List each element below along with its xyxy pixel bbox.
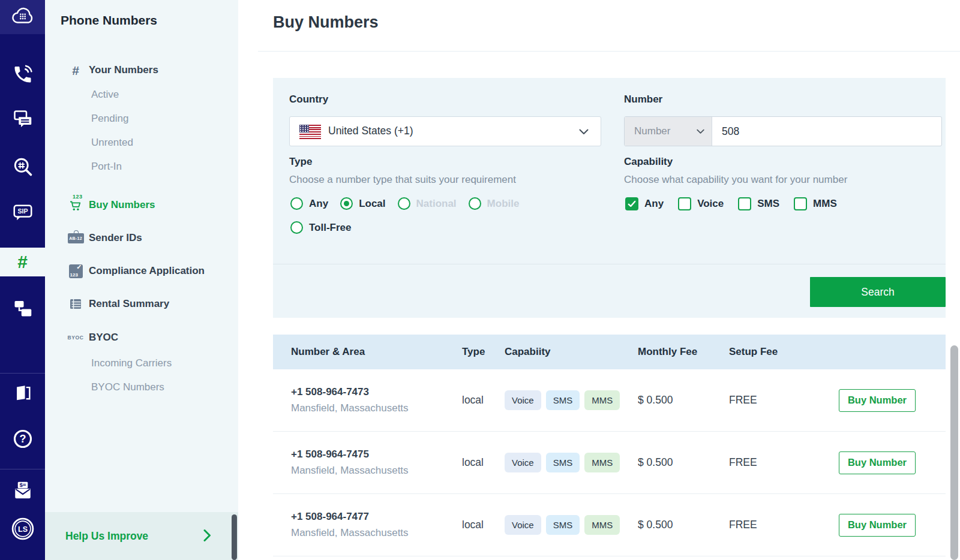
sidebar-item-label: Rental Summary bbox=[89, 298, 169, 310]
col-header-capability: Capabiity bbox=[505, 346, 638, 358]
table-row: +1 508-964-7473 Mansfield, Massachusetts… bbox=[273, 369, 946, 432]
help-us-improve-button[interactable]: Help Us Improve bbox=[45, 512, 238, 560]
phone-area: Mansfield, Massachusetts bbox=[291, 527, 462, 539]
sip-trunk-icon: SIP bbox=[11, 201, 34, 223]
phone-area: Mansfield, Massachusetts bbox=[291, 465, 462, 477]
capability-badge-sms: SMS bbox=[546, 515, 580, 535]
checkbox-capability-any[interactable]: Any bbox=[625, 197, 664, 210]
avatar-initials-icon: LS bbox=[11, 517, 35, 541]
sidebar-item-label: Sender IDs bbox=[89, 232, 142, 244]
summary-table-icon bbox=[67, 297, 85, 311]
sidebar-item-rental-summary[interactable]: Rental Summary bbox=[45, 292, 238, 316]
checkbox-icon bbox=[678, 197, 691, 210]
search-button[interactable]: Search bbox=[810, 277, 946, 307]
number-mode-select[interactable]: Number bbox=[625, 117, 712, 146]
type-hint: Choose a number type that suits your req… bbox=[289, 174, 516, 186]
type-radio-group-row2: Toll-Free bbox=[290, 221, 352, 234]
us-flag-icon bbox=[299, 125, 321, 139]
search-results-table: Number & Area Type Capabiity Monthly Fee… bbox=[273, 335, 946, 556]
radio-type-toll-free[interactable]: Toll-Free bbox=[290, 221, 352, 234]
sidebar-subitem-label: BYOC Numbers bbox=[91, 381, 164, 393]
sidebar-subitem-label: Active bbox=[91, 89, 119, 101]
rail-separator bbox=[0, 469, 45, 469]
rail-item-messaging[interactable] bbox=[0, 105, 45, 134]
sidebar-scrollbar[interactable] bbox=[232, 514, 237, 560]
radio-icon bbox=[469, 197, 481, 210]
col-header-monthly-fee: Monthly Fee bbox=[638, 346, 729, 358]
sidebar-item-active[interactable]: Active bbox=[91, 83, 235, 107]
rail-item-sip-trunking[interactable]: SIP bbox=[0, 198, 45, 227]
sidebar-item-byoc[interactable]: BY OC BYOC bbox=[45, 326, 238, 350]
byoc-text-icon: BY OC bbox=[67, 335, 85, 340]
flow-diagram-icon bbox=[12, 297, 34, 319]
rail-item-number-lookup[interactable] bbox=[0, 152, 45, 181]
setup-fee: FREE bbox=[729, 519, 836, 531]
svg-text:$=: $= bbox=[19, 481, 26, 488]
buy-number-button[interactable]: Buy Number bbox=[839, 389, 916, 412]
checkbox-icon bbox=[794, 197, 807, 210]
sidebar-item-buy-numbers-active[interactable]: 123 Buy Numbers bbox=[45, 193, 238, 217]
sidebar-item-incoming-carriers[interactable]: Incoming Carriers bbox=[91, 351, 235, 375]
checkbox-capability-sms[interactable]: SMS bbox=[738, 197, 779, 210]
buy-number-button[interactable]: Buy Number bbox=[839, 514, 916, 537]
rail-item-docs[interactable] bbox=[0, 379, 45, 408]
sidebar-title: Phone Numbers bbox=[61, 13, 157, 28]
hash-icon: # bbox=[17, 253, 28, 271]
number-type: local bbox=[462, 519, 505, 531]
radio-type-any[interactable]: Any bbox=[290, 197, 328, 210]
capability-badge-mms: MMS bbox=[584, 453, 620, 472]
rail-item-call-flows[interactable] bbox=[0, 294, 45, 323]
monthly-fee: $ 0.500 bbox=[638, 519, 729, 531]
checkbox-icon bbox=[738, 197, 751, 210]
chevron-down-icon bbox=[697, 129, 704, 134]
chevron-right-icon bbox=[203, 529, 211, 542]
number-type: local bbox=[462, 456, 505, 469]
sidebar-item-compliance-application[interactable]: ✓ 123 Compliance Application bbox=[45, 259, 238, 283]
app-icon-rail: SIP # bbox=[0, 0, 45, 560]
rail-item-billing[interactable]: $= bbox=[0, 476, 45, 505]
sidebar-item-your-numbers[interactable]: # Your Numbers bbox=[45, 58, 238, 82]
capability-badge-sms: SMS bbox=[546, 390, 580, 410]
col-header-number-area: Number & Area bbox=[291, 346, 462, 358]
radio-icon bbox=[290, 221, 303, 234]
sidebar-item-unrented[interactable]: Unrented bbox=[91, 131, 235, 155]
phone-numbers-sidebar: Phone Numbers # Your Numbers Active Pend… bbox=[45, 0, 238, 560]
rail-item-voice[interactable] bbox=[0, 60, 45, 89]
rail-item-phone-numbers-active[interactable]: # bbox=[0, 248, 45, 276]
checkbox-capability-voice[interactable]: Voice bbox=[678, 197, 724, 210]
radio-type-local[interactable]: Local bbox=[340, 197, 385, 210]
country-label: Country bbox=[289, 94, 328, 106]
radio-selected-icon bbox=[340, 197, 353, 210]
capability-badge-voice: Voice bbox=[505, 453, 541, 472]
sidebar-item-port-in[interactable]: Port-In bbox=[91, 155, 235, 179]
number-mode-value: Number bbox=[634, 125, 670, 137]
radio-icon bbox=[398, 197, 410, 210]
filter-divider bbox=[273, 264, 946, 264]
sidebar-item-sender-ids[interactable]: AB-12 Sender IDs bbox=[45, 226, 238, 250]
phone-number: +1 508-964-7477 bbox=[291, 511, 462, 523]
capability-checkbox-group: Any Voice SMS MMS bbox=[625, 197, 837, 210]
number-label: Number bbox=[624, 94, 662, 106]
checkbox-capability-mms[interactable]: MMS bbox=[794, 197, 837, 210]
svg-text:?: ? bbox=[19, 433, 26, 445]
setup-fee: FREE bbox=[729, 394, 836, 407]
capability-badge-sms: SMS bbox=[546, 453, 580, 472]
buy-numbers-page: SIP # bbox=[0, 0, 960, 560]
sender-id-badge-icon: AB-12 bbox=[67, 233, 85, 243]
sidebar-item-pending[interactable]: Pending bbox=[91, 107, 235, 131]
rail-item-help[interactable]: ? bbox=[0, 424, 45, 453]
radio-icon bbox=[290, 197, 303, 210]
rail-item-home[interactable] bbox=[0, 0, 45, 34]
sidebar-item-byoc-numbers[interactable]: BYOC Numbers bbox=[91, 375, 235, 399]
number-pattern-input[interactable] bbox=[712, 117, 941, 146]
help-question-icon: ? bbox=[12, 428, 34, 450]
capability-badge-voice: Voice bbox=[505, 515, 541, 535]
country-select[interactable]: United States (+1) bbox=[289, 116, 601, 146]
page-scrollbar[interactable] bbox=[950, 345, 958, 560]
search-filters-panel: Country United States (+1) Number Number bbox=[273, 78, 946, 318]
number-search-group: Number bbox=[624, 116, 942, 146]
svg-text:SIP: SIP bbox=[17, 207, 28, 215]
buy-number-button[interactable]: Buy Number bbox=[839, 451, 916, 474]
sidebar-item-label: Your Numbers bbox=[89, 64, 158, 76]
rail-item-account-avatar[interactable]: LS bbox=[0, 514, 45, 543]
